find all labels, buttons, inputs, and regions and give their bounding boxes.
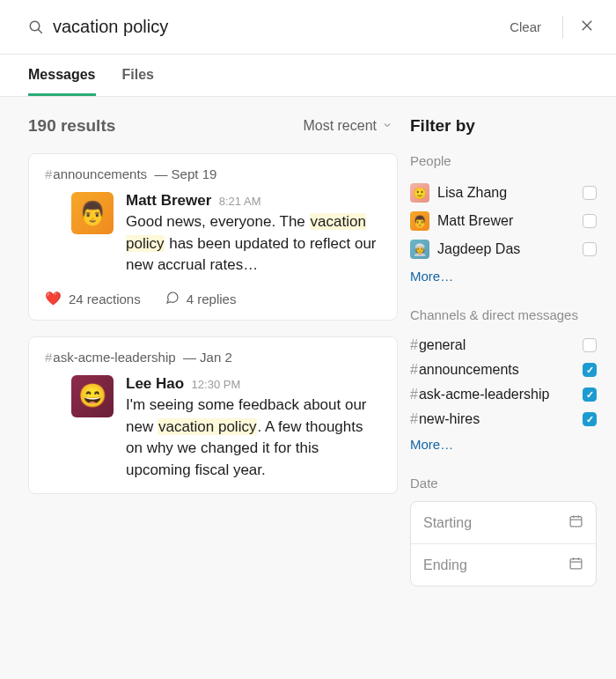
channel-name: announcements (419, 362, 519, 377)
person-name: Jagdeep Das (437, 241, 575, 257)
search-bar: Clear (0, 0, 616, 55)
filter-channel[interactable]: #announcements (410, 358, 597, 382)
card-header: #announcements — Sept 19 (45, 166, 381, 181)
checkbox[interactable] (583, 214, 597, 228)
avatar: 👨 (71, 192, 114, 234)
author-name: Lee Hao (126, 375, 184, 392)
thread-icon (165, 291, 180, 307)
calendar-icon (568, 513, 583, 532)
filter-channel[interactable]: #ask-acme-leadership (410, 382, 597, 407)
date-range: Starting Ending (410, 501, 597, 587)
svg-rect-8 (570, 559, 582, 569)
svg-point-0 (30, 21, 40, 31)
channel-name: announcements (53, 166, 147, 181)
result-card[interactable]: #announcements — Sept 19 👨 Matt Brewer 8… (28, 153, 398, 321)
results-header: 190 results Most recent (28, 116, 401, 136)
channel-name: new-hires (419, 411, 480, 426)
results-count: 190 results (28, 116, 115, 136)
card-footer: ❤️ 24 reactions 4 replies (45, 291, 381, 307)
heart-icon: ❤️ (45, 291, 62, 306)
message-date: Jan 2 (200, 350, 232, 365)
message-date: Sept 19 (172, 166, 217, 181)
date-start[interactable]: Starting (411, 502, 596, 543)
reactions[interactable]: ❤️ 24 reactions (45, 291, 141, 306)
person-name: Matt Brewer (437, 213, 575, 229)
date-end[interactable]: Ending (411, 543, 596, 586)
avatar: 👨 (410, 211, 429, 231)
filter-section-title: Date (410, 476, 597, 491)
filter-sidebar: Filter by People 🙂 Lisa Zhang 👨 Matt Bre… (401, 97, 616, 679)
filter-section-date: Date Starting Ending (410, 476, 597, 587)
results-column: 190 results Most recent #announcements —… (0, 97, 401, 679)
message-time: 8:21 AM (219, 195, 261, 208)
search-input[interactable] (53, 17, 501, 37)
checkbox[interactable] (583, 186, 597, 200)
tab-messages[interactable]: Messages (28, 55, 96, 96)
checkbox[interactable] (583, 363, 597, 377)
channel-name: ask-acme-leadership (419, 387, 550, 402)
person-name: Lisa Zhang (437, 185, 575, 201)
close-button[interactable] (576, 14, 598, 40)
checkbox[interactable] (583, 242, 597, 256)
sort-label: Most recent (303, 118, 377, 134)
avatar: 🙂 (410, 183, 429, 203)
filter-person[interactable]: 👳 Jagdeep Das (410, 235, 597, 263)
more-link[interactable]: More… (410, 269, 453, 284)
card-header: #ask-acme-leadership — Jan 2 (45, 350, 381, 365)
divider (562, 16, 563, 39)
replies[interactable]: 4 replies (165, 291, 237, 307)
avatar: 👳 (410, 240, 429, 259)
highlight: vacation policy (158, 418, 258, 435)
filter-section-channels: Channels & direct messages #general #ann… (410, 307, 597, 453)
filter-title: Filter by (410, 116, 597, 136)
channel-name: ask-acme-leadership (53, 350, 175, 365)
filter-section-people: People 🙂 Lisa Zhang 👨 Matt Brewer 👳 Jagd… (410, 153, 597, 284)
author-name: Matt Brewer (126, 192, 211, 209)
filter-channel[interactable]: #general (410, 333, 597, 358)
filter-section-title: Channels & direct messages (410, 307, 597, 322)
search-icon (28, 19, 44, 35)
close-icon (579, 18, 595, 36)
sort-dropdown[interactable]: Most recent (303, 118, 392, 134)
checkbox[interactable] (583, 338, 597, 352)
clear-button[interactable]: Clear (501, 16, 550, 38)
checkbox[interactable] (583, 412, 597, 426)
message: 👨 Matt Brewer 8:21 AM Good news, everyon… (45, 192, 381, 277)
more-link[interactable]: More… (410, 437, 453, 452)
filter-section-title: People (410, 153, 597, 168)
message: 😄 Lee Hao 12:30 PM I'm seeing some feedb… (45, 375, 381, 482)
svg-rect-4 (570, 517, 582, 527)
checkbox[interactable] (583, 387, 597, 402)
tab-files[interactable]: Files (122, 55, 154, 96)
result-card[interactable]: #ask-acme-leadership — Jan 2 😄 Lee Hao 1… (28, 336, 398, 495)
channel-name: general (419, 337, 466, 352)
tabs: Messages Files (0, 55, 616, 97)
filter-person[interactable]: 🙂 Lisa Zhang (410, 179, 597, 207)
svg-line-1 (38, 29, 42, 33)
filter-channel[interactable]: #new-hires (410, 407, 597, 432)
message-text: I'm seeing some feedback about our new v… (126, 395, 381, 482)
message-text: Good news, everyone. The vacation policy… (126, 211, 381, 277)
filter-person[interactable]: 👨 Matt Brewer (410, 207, 597, 235)
calendar-icon (568, 556, 583, 574)
avatar: 😄 (71, 375, 114, 417)
message-time: 12:30 PM (192, 378, 241, 391)
chevron-down-icon (382, 118, 392, 134)
